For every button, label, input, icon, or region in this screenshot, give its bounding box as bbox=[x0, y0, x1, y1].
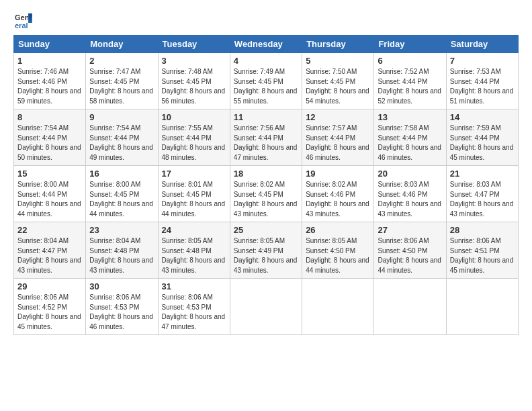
col-monday: Monday bbox=[86, 36, 158, 53]
day-info: Sunrise: 8:03 AM Sunset: 4:47 PM Dayligh… bbox=[450, 180, 515, 219]
calendar-cell bbox=[302, 279, 374, 335]
calendar-cell: 21 Sunrise: 8:03 AM Sunset: 4:47 PM Dayl… bbox=[446, 166, 518, 222]
day-number: 16 bbox=[89, 169, 154, 179]
calendar-row: 29 Sunrise: 8:06 AM Sunset: 4:52 PM Dayl… bbox=[14, 279, 519, 335]
day-info: Sunrise: 8:05 AM Sunset: 4:48 PM Dayligh… bbox=[162, 236, 226, 275]
day-info: Sunrise: 7:53 AM Sunset: 4:44 PM Dayligh… bbox=[450, 67, 515, 106]
day-info: Sunrise: 7:59 AM Sunset: 4:44 PM Dayligh… bbox=[450, 124, 515, 163]
day-number: 22 bbox=[17, 225, 82, 235]
day-info: Sunrise: 7:58 AM Sunset: 4:44 PM Dayligh… bbox=[378, 124, 442, 163]
calendar-cell bbox=[230, 279, 302, 335]
day-number: 31 bbox=[162, 281, 226, 291]
day-number: 28 bbox=[450, 225, 515, 235]
col-friday: Friday bbox=[374, 36, 446, 53]
col-tuesday: Tuesday bbox=[158, 36, 230, 53]
calendar-cell: 30 Sunrise: 8:06 AM Sunset: 4:53 PM Dayl… bbox=[86, 279, 158, 335]
day-number: 1 bbox=[17, 56, 82, 66]
logo: Gen eral bbox=[13, 11, 35, 30]
calendar-cell: 1 Sunrise: 7:46 AM Sunset: 4:46 PM Dayli… bbox=[14, 53, 86, 109]
day-info: Sunrise: 8:05 AM Sunset: 4:50 PM Dayligh… bbox=[306, 236, 370, 275]
calendar-cell: 22 Sunrise: 8:04 AM Sunset: 4:47 PM Dayl… bbox=[14, 222, 86, 279]
day-number: 4 bbox=[234, 56, 298, 66]
day-info: Sunrise: 8:05 AM Sunset: 4:49 PM Dayligh… bbox=[234, 236, 298, 275]
calendar-cell: 25 Sunrise: 8:05 AM Sunset: 4:49 PM Dayl… bbox=[230, 222, 302, 279]
day-number: 12 bbox=[306, 112, 370, 122]
col-saturday: Saturday bbox=[446, 36, 518, 53]
day-info: Sunrise: 7:57 AM Sunset: 4:44 PM Dayligh… bbox=[306, 124, 370, 163]
col-wednesday: Wednesday bbox=[230, 36, 302, 53]
day-info: Sunrise: 7:46 AM Sunset: 4:46 PM Dayligh… bbox=[17, 67, 82, 106]
day-info: Sunrise: 8:06 AM Sunset: 4:51 PM Dayligh… bbox=[450, 236, 515, 275]
day-info: Sunrise: 8:03 AM Sunset: 4:46 PM Dayligh… bbox=[378, 180, 442, 219]
day-info: Sunrise: 7:48 AM Sunset: 4:45 PM Dayligh… bbox=[162, 67, 226, 106]
day-number: 5 bbox=[306, 56, 370, 66]
day-number: 17 bbox=[162, 169, 226, 179]
day-number: 29 bbox=[17, 281, 82, 291]
calendar-cell: 12 Sunrise: 7:57 AM Sunset: 4:44 PM Dayl… bbox=[302, 109, 374, 166]
day-info: Sunrise: 8:00 AM Sunset: 4:44 PM Dayligh… bbox=[17, 180, 82, 219]
calendar-row: 1 Sunrise: 7:46 AM Sunset: 4:46 PM Dayli… bbox=[14, 53, 519, 109]
day-info: Sunrise: 8:01 AM Sunset: 4:45 PM Dayligh… bbox=[162, 180, 226, 219]
day-info: Sunrise: 8:00 AM Sunset: 4:45 PM Dayligh… bbox=[89, 180, 154, 219]
day-info: Sunrise: 8:02 AM Sunset: 4:45 PM Dayligh… bbox=[234, 180, 298, 219]
svg-text:Gen: Gen bbox=[15, 13, 30, 21]
day-number: 13 bbox=[378, 112, 442, 122]
header: Gen eral bbox=[13, 11, 519, 30]
calendar-cell: 24 Sunrise: 8:05 AM Sunset: 4:48 PM Dayl… bbox=[158, 222, 230, 279]
day-number: 6 bbox=[378, 56, 442, 66]
header-row: Sunday Monday Tuesday Wednesday Thursday… bbox=[14, 36, 519, 53]
day-number: 8 bbox=[17, 112, 82, 122]
day-number: 30 bbox=[89, 281, 154, 291]
day-info: Sunrise: 7:56 AM Sunset: 4:44 PM Dayligh… bbox=[234, 124, 298, 163]
day-number: 27 bbox=[378, 225, 442, 235]
calendar-cell bbox=[374, 279, 446, 335]
calendar-row: 22 Sunrise: 8:04 AM Sunset: 4:47 PM Dayl… bbox=[14, 222, 519, 279]
day-info: Sunrise: 8:06 AM Sunset: 4:50 PM Dayligh… bbox=[378, 236, 442, 275]
day-info: Sunrise: 7:47 AM Sunset: 4:45 PM Dayligh… bbox=[89, 67, 154, 106]
col-thursday: Thursday bbox=[302, 36, 374, 53]
day-number: 20 bbox=[378, 169, 442, 179]
day-info: Sunrise: 8:06 AM Sunset: 4:52 PM Dayligh… bbox=[17, 293, 82, 332]
calendar-cell: 29 Sunrise: 8:06 AM Sunset: 4:52 PM Dayl… bbox=[14, 279, 86, 335]
calendar-cell: 3 Sunrise: 7:48 AM Sunset: 4:45 PM Dayli… bbox=[158, 53, 230, 109]
calendar-cell: 2 Sunrise: 7:47 AM Sunset: 4:45 PM Dayli… bbox=[86, 53, 158, 109]
calendar-cell: 27 Sunrise: 8:06 AM Sunset: 4:50 PM Dayl… bbox=[374, 222, 446, 279]
day-info: Sunrise: 8:06 AM Sunset: 4:53 PM Dayligh… bbox=[89, 293, 154, 332]
calendar-cell: 6 Sunrise: 7:52 AM Sunset: 4:44 PM Dayli… bbox=[374, 53, 446, 109]
day-info: Sunrise: 7:52 AM Sunset: 4:44 PM Dayligh… bbox=[378, 67, 442, 106]
day-info: Sunrise: 8:06 AM Sunset: 4:53 PM Dayligh… bbox=[162, 293, 226, 332]
calendar-cell: 8 Sunrise: 7:54 AM Sunset: 4:44 PM Dayli… bbox=[14, 109, 86, 166]
calendar-cell: 17 Sunrise: 8:01 AM Sunset: 4:45 PM Dayl… bbox=[158, 166, 230, 222]
day-number: 21 bbox=[450, 169, 515, 179]
day-number: 23 bbox=[89, 225, 154, 235]
day-info: Sunrise: 7:54 AM Sunset: 4:44 PM Dayligh… bbox=[17, 124, 82, 163]
day-number: 3 bbox=[162, 56, 226, 66]
day-info: Sunrise: 7:55 AM Sunset: 4:44 PM Dayligh… bbox=[162, 124, 226, 163]
day-number: 18 bbox=[234, 169, 298, 179]
calendar-cell: 20 Sunrise: 8:03 AM Sunset: 4:46 PM Dayl… bbox=[374, 166, 446, 222]
calendar-cell: 28 Sunrise: 8:06 AM Sunset: 4:51 PM Dayl… bbox=[446, 222, 518, 279]
calendar-cell: 10 Sunrise: 7:55 AM Sunset: 4:44 PM Dayl… bbox=[158, 109, 230, 166]
calendar-cell: 19 Sunrise: 8:02 AM Sunset: 4:46 PM Dayl… bbox=[302, 166, 374, 222]
day-number: 25 bbox=[234, 225, 298, 235]
calendar-cell: 31 Sunrise: 8:06 AM Sunset: 4:53 PM Dayl… bbox=[158, 279, 230, 335]
calendar-cell: 18 Sunrise: 8:02 AM Sunset: 4:45 PM Dayl… bbox=[230, 166, 302, 222]
day-number: 10 bbox=[162, 112, 226, 122]
day-number: 9 bbox=[89, 112, 154, 122]
day-number: 11 bbox=[234, 112, 298, 122]
day-info: Sunrise: 7:50 AM Sunset: 4:45 PM Dayligh… bbox=[306, 67, 370, 106]
calendar-cell: 9 Sunrise: 7:54 AM Sunset: 4:44 PM Dayli… bbox=[86, 109, 158, 166]
page: Gen eral Sunday Monday Tuesday Wednesday bbox=[0, 0, 532, 411]
calendar-cell: 16 Sunrise: 8:00 AM Sunset: 4:45 PM Dayl… bbox=[86, 166, 158, 222]
calendar-cell: 4 Sunrise: 7:49 AM Sunset: 4:45 PM Dayli… bbox=[230, 53, 302, 109]
day-number: 2 bbox=[89, 56, 154, 66]
day-info: Sunrise: 8:04 AM Sunset: 4:48 PM Dayligh… bbox=[89, 236, 154, 275]
calendar-cell: 13 Sunrise: 7:58 AM Sunset: 4:44 PM Dayl… bbox=[374, 109, 446, 166]
day-info: Sunrise: 8:04 AM Sunset: 4:47 PM Dayligh… bbox=[17, 236, 82, 275]
calendar-row: 15 Sunrise: 8:00 AM Sunset: 4:44 PM Dayl… bbox=[14, 166, 519, 222]
day-number: 19 bbox=[306, 169, 370, 179]
calendar-cell: 11 Sunrise: 7:56 AM Sunset: 4:44 PM Dayl… bbox=[230, 109, 302, 166]
svg-text:eral: eral bbox=[15, 21, 28, 30]
calendar-cell: 23 Sunrise: 8:04 AM Sunset: 4:48 PM Dayl… bbox=[86, 222, 158, 279]
day-info: Sunrise: 7:49 AM Sunset: 4:45 PM Dayligh… bbox=[234, 67, 298, 106]
